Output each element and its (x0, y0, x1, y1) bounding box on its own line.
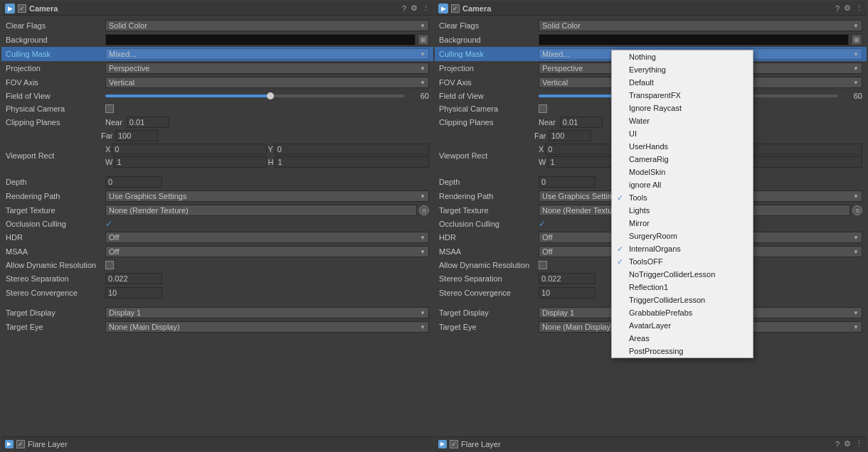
left-rendering-path-arrow: ▼ (420, 193, 425, 200)
right-stereo-conv-input[interactable] (539, 287, 596, 298)
culling-menu-item-toolsoff[interactable]: ToolsOFF (612, 255, 753, 268)
left-rendering-path-dropdown[interactable]: Use Graphics Settings ▼ (105, 190, 429, 202)
left-viewport-h-input[interactable] (275, 156, 429, 168)
left-target-eye-dropdown[interactable]: None (Main Display) ▼ (105, 321, 429, 333)
right-hdr-label: HDR (439, 233, 539, 242)
left-rendering-path-label: Rendering Path (6, 192, 105, 200)
right-target-texture-picker[interactable]: ⊙ (852, 205, 862, 215)
left-culling-mask-row: Culling Mask Mixed... ▼ (1, 47, 433, 61)
culling-menu-item-postprocessing[interactable]: PostProcessing (612, 345, 753, 357)
right-target-display-arrow: ▼ (853, 310, 859, 316)
left-viewport-w-input[interactable] (114, 156, 266, 168)
left-target-texture-dropdown[interactable]: None (Render Texture) (105, 205, 417, 216)
culling-menu-item-lights[interactable]: Lights (612, 204, 753, 217)
left-background-color[interactable] (105, 34, 416, 45)
culling-menu-item-triggercolliderlesson[interactable]: TriggerColliderLesson (612, 294, 753, 306)
right-flare-label: Flare Layer (461, 440, 501, 448)
left-projection-row: Projection Perspective ▼ (1, 61, 433, 75)
right-more-icon[interactable]: ⋮ (855, 4, 863, 13)
culling-menu-item-modelskin[interactable]: ModelSkin (612, 166, 753, 178)
left-fov-label: Field of View (6, 92, 105, 100)
right-projection-label: Projection (439, 64, 539, 72)
right-question-icon[interactable]: ? (835, 4, 840, 13)
left-enable-checkbox[interactable] (18, 4, 26, 13)
right-dynamic-res-checkbox[interactable] (539, 261, 547, 269)
right-color-pick-btn[interactable]: ⊞ (851, 34, 862, 45)
culling-menu-item-ui[interactable]: UI (612, 127, 753, 140)
left-fov-axis-dropdown[interactable]: Vertical ▼ (105, 77, 429, 88)
left-clipping-far-input[interactable] (115, 130, 158, 141)
left-clipping-near-input[interactable] (127, 117, 169, 128)
right-clipping-near-input[interactable] (560, 117, 603, 128)
left-viewport-x-input[interactable] (112, 144, 266, 155)
left-fov-thumb[interactable] (267, 92, 274, 99)
left-target-display-dropdown[interactable]: Display 1 ▼ (105, 307, 429, 318)
culling-menu-item-userhands[interactable]: UserHands (612, 140, 753, 153)
right-clear-flags-dropdown[interactable]: Solid Color ▼ (539, 20, 862, 31)
left-spacer-1 (1, 169, 433, 175)
left-target-texture-picker[interactable]: ⊙ (419, 205, 429, 215)
left-msaa-arrow: ▼ (420, 249, 425, 255)
left-msaa-value: Off ▼ (105, 246, 429, 257)
left-depth-input[interactable] (105, 176, 162, 188)
right-depth-input[interactable] (539, 176, 596, 188)
right-depth-label: Depth (439, 178, 539, 186)
right-settings-icon[interactable]: ⚙ (844, 4, 851, 13)
left-fov-axis-arrow: ▼ (420, 80, 425, 86)
right-physical-camera-checkbox[interactable] (539, 104, 547, 113)
right-background-color[interactable] (539, 34, 849, 45)
culling-menu-item-mirror[interactable]: Mirror (612, 217, 753, 230)
culling-menu-item-areas[interactable]: Areas (612, 332, 753, 345)
left-flare-icon: ▶ (5, 440, 14, 448)
left-stereo-sep-row: Stereo Separation (1, 271, 433, 286)
right-flare-more-icon[interactable]: ⋮ (855, 439, 863, 448)
left-fov-track[interactable] (105, 95, 405, 97)
left-target-display-arrow: ▼ (420, 310, 425, 316)
right-enable-checkbox[interactable] (451, 4, 460, 13)
culling-menu-item-default[interactable]: Default (612, 76, 753, 89)
left-stereo-sep-input[interactable] (105, 273, 162, 284)
left-occlusion-value: ✓ (105, 219, 429, 229)
culling-menu-item-everything[interactable]: Everything (612, 63, 753, 76)
right-stereo-sep-input[interactable] (539, 273, 596, 284)
left-more-icon[interactable]: ⋮ (422, 4, 430, 13)
left-question-icon[interactable]: ? (402, 4, 406, 13)
culling-menu-item-transparentfx[interactable]: TransparentFX (612, 89, 753, 102)
culling-menu-item-nothing[interactable]: Nothing (612, 50, 753, 63)
left-clipping-near-row: Clipping Planes Near (1, 115, 433, 129)
left-msaa-dropdown[interactable]: Off ▼ (105, 246, 429, 257)
left-settings-icon[interactable]: ⚙ (411, 4, 418, 13)
left-projection-dropdown[interactable]: Perspective ▼ (105, 63, 429, 74)
left-target-texture-value: None (Render Texture) ⊙ (105, 205, 429, 216)
culling-menu-item-notriggercolliderlesson[interactable]: NoTriggerColliderLesson (612, 268, 753, 281)
left-viewport-h-cell: H (268, 156, 430, 168)
left-flare-checkbox[interactable] (16, 440, 25, 448)
left-dynamic-res-checkbox[interactable] (105, 261, 114, 269)
culling-menu-item-ignore-all[interactable]: ignore All (612, 178, 753, 191)
culling-menu-item-avatarlayer[interactable]: AvatarLayer (612, 319, 753, 332)
left-projection-label: Projection (6, 64, 105, 72)
left-hdr-dropdown[interactable]: Off ▼ (105, 232, 429, 243)
left-clear-flags-dropdown[interactable]: Solid Color ▼ (105, 20, 429, 31)
left-stereo-conv-input[interactable] (105, 287, 162, 298)
right-flare-settings-icon[interactable]: ⚙ (844, 439, 851, 448)
right-clear-flags-value: Solid Color ▼ (539, 20, 862, 31)
left-viewport-y-input[interactable] (275, 144, 429, 155)
culling-menu-item-camerarig[interactable]: CameraRig (612, 153, 753, 166)
culling-menu-item-surgeryroom[interactable]: SurgeryRoom (612, 230, 753, 242)
culling-menu-item-reflection1[interactable]: Reflection1 (612, 281, 753, 294)
left-physical-camera-checkbox[interactable] (105, 104, 114, 113)
right-flare-checkbox[interactable] (450, 440, 458, 448)
right-clipping-far-input[interactable] (549, 130, 591, 141)
culling-menu-item-internalorgans[interactable]: InternalOrgans (612, 242, 753, 255)
culling-menu-item-grabbableprefabs[interactable]: GrabbablePrefabs (612, 306, 753, 319)
right-target-eye-label: Target Eye (439, 323, 539, 331)
left-physical-camera-label: Physical Camera (6, 104, 105, 113)
left-culling-dropdown[interactable]: Mixed... ▼ (105, 48, 429, 60)
culling-menu-item-tools[interactable]: Tools (612, 191, 753, 204)
culling-menu-item-ignore-raycast[interactable]: Ignore Raycast (612, 102, 753, 114)
left-color-pick-btn[interactable]: ⊞ (418, 34, 429, 45)
culling-menu-item-water[interactable]: Water (612, 114, 753, 127)
left-depth-value (105, 176, 429, 188)
right-flare-question-icon[interactable]: ? (835, 440, 840, 448)
